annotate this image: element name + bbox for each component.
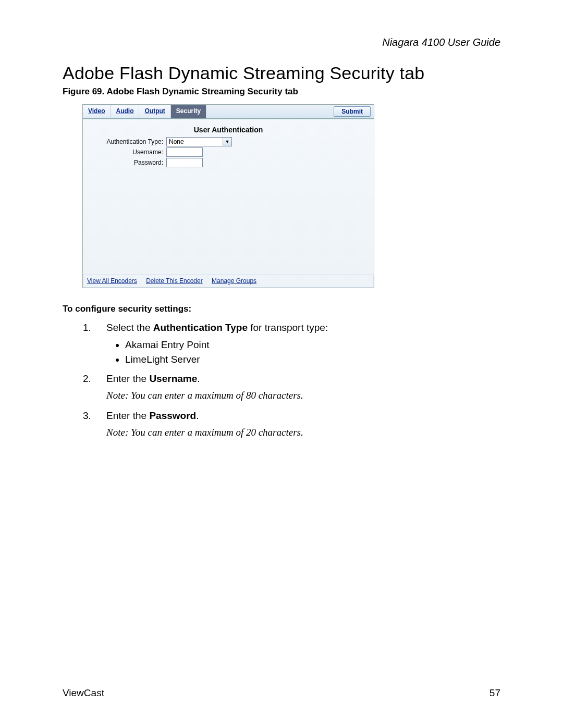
auth-type-select[interactable]: None ▼ (166, 137, 232, 146)
username-input[interactable] (166, 147, 203, 157)
bullet-limelight: LimeLight Server (125, 352, 500, 367)
link-view-all-encoders[interactable]: View All Encoders (87, 277, 137, 285)
panel-body: User Authentication Authentication Type:… (83, 119, 374, 275)
password-input[interactable] (166, 158, 203, 167)
label-password: Password: (90, 159, 166, 166)
step1-bullets: Akamai Entry Point LimeLight Server (125, 338, 500, 367)
step3-dot: . (196, 410, 199, 421)
link-delete-this-encoder[interactable]: Delete This Encoder (146, 277, 203, 285)
submit-button[interactable]: Submit (334, 106, 371, 117)
auth-type-value: None (169, 138, 184, 145)
step1-bold: Authentication Type (153, 322, 248, 333)
panel-heading: User Authentication (90, 126, 366, 134)
footer-left: ViewCast (63, 687, 104, 699)
link-manage-groups[interactable]: Manage Groups (212, 277, 256, 285)
tabs-row: Video Audio Output Security Submit (83, 105, 374, 119)
section-lead: To configure security settings: (63, 304, 500, 314)
step2-pre: Enter the (106, 373, 149, 384)
note-username: Note: You can enter a maximum of 80 char… (106, 388, 500, 403)
tab-video[interactable]: Video (83, 105, 111, 118)
figure-caption: Figure 69. Adobe Flash Dynamic Streaming… (63, 87, 500, 97)
page-footer: ViewCast 57 (63, 687, 500, 699)
step2-bold: Username (149, 373, 197, 384)
tabs-spacer (206, 105, 331, 118)
document-page: Niagara 4100 User Guide Adobe Flash Dyna… (0, 0, 563, 728)
tab-audio[interactable]: Audio (111, 105, 139, 118)
page-title: Adobe Flash Dynamic Streaming Security t… (63, 63, 500, 83)
figure-footer-links: View All Encoders Delete This Encoder Ma… (83, 275, 374, 288)
row-auth-type: Authentication Type: None ▼ (90, 137, 366, 146)
step2-dot: . (197, 373, 200, 384)
steps-list: Select the Authentication Type for trans… (94, 320, 500, 440)
label-username: Username: (90, 149, 166, 156)
step1-pre: Select the (106, 322, 153, 333)
tab-output[interactable]: Output (139, 105, 170, 118)
footer-page-number: 57 (489, 687, 500, 699)
note-password: Note: You can enter a maximum of 20 char… (106, 425, 500, 440)
row-username: Username: (90, 147, 366, 157)
chevron-down-icon: ▼ (223, 138, 231, 146)
step3-bold: Password (149, 410, 196, 421)
running-header: Niagara 4100 User Guide (63, 36, 500, 48)
step3-pre: Enter the (106, 410, 149, 421)
label-auth-type: Authentication Type: (90, 138, 166, 145)
step-2: Enter the Username. Note: You can enter … (94, 372, 500, 403)
step-1: Select the Authentication Type for trans… (94, 320, 500, 367)
row-password: Password: (90, 158, 366, 167)
step1-post: for transport type: (248, 322, 328, 333)
security-tab-figure: Video Audio Output Security Submit User … (82, 104, 374, 288)
tab-security[interactable]: Security (171, 105, 206, 118)
step-3: Enter the Password. Note: You can enter … (94, 409, 500, 440)
bullet-akamai: Akamai Entry Point (125, 338, 500, 353)
